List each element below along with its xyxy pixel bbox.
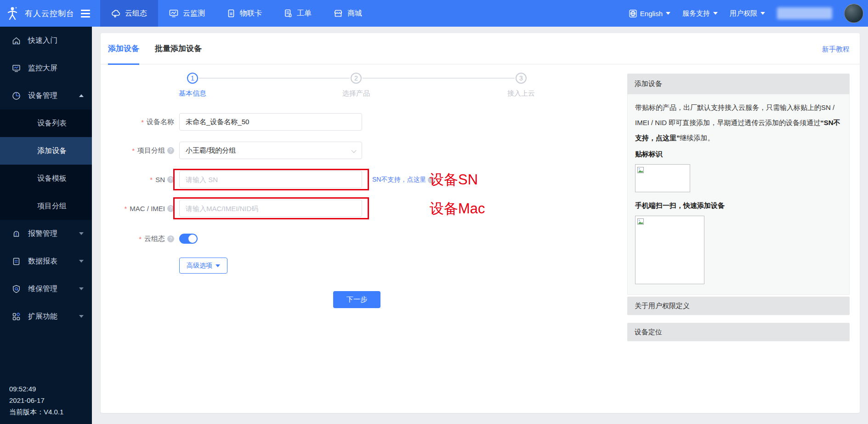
help-icon[interactable]: ? (167, 235, 174, 242)
next-step-button[interactable]: 下一步 (333, 291, 380, 308)
monitor-chart-icon (169, 9, 178, 17)
step-label-select-product: 选择产品 (333, 89, 379, 98)
sidebar-item-device-list[interactable]: 设备列表 (0, 109, 92, 137)
mac-imei-label: * MAC / IMEI ? (101, 200, 174, 217)
topnav-item-cloud-monitor[interactable]: 云监测 (158, 0, 216, 27)
top-navigation: 云组态 云监测 物联卡 (100, 0, 629, 27)
sidebar-item-extended-features[interactable]: 扩展功能 (0, 303, 92, 330)
sidebar-item-label: 设备管理 (28, 91, 72, 101)
sidebar-footer: 09:52:49 2021-06-17 当前版本：V4.0.1 (9, 383, 63, 418)
chevron-down-icon (79, 232, 84, 235)
sn-input[interactable] (179, 171, 362, 188)
hamburger-menu-icon[interactable] (81, 10, 90, 17)
step-label-connect-cloud: 接入上云 (498, 89, 544, 98)
step-circle-1: 1 (187, 73, 198, 84)
sidebar-item-data-report[interactable]: 数据报表 (0, 247, 92, 275)
cloud-icon (111, 9, 120, 17)
required-asterisk: * (141, 118, 144, 126)
service-support-label: 服务支持 (682, 9, 710, 18)
avatar[interactable] (844, 4, 863, 23)
sidebar-item-quick-start[interactable]: 快速入门 (0, 27, 92, 54)
cloud-config-label: * 云组态 ? (101, 230, 174, 247)
service-support-menu[interactable]: 服务支持 (682, 9, 718, 18)
sidebar-item-project-group[interactable]: 项目分组 (0, 192, 92, 220)
topnav-item-label: 工单 (297, 9, 312, 18)
help-icon[interactable]: ? (167, 176, 174, 183)
tabs-row: 添加设备 批量添加设备 (101, 33, 860, 64)
scan-caption: 手机端扫一扫，快速添加设备 (635, 201, 842, 210)
language-menu[interactable]: English (629, 10, 670, 17)
alarm-icon (12, 229, 21, 238)
panel-device-location[interactable]: 设备定位 (627, 323, 850, 341)
label-sample-image-broken (635, 164, 690, 192)
help-icon[interactable]: ? (167, 147, 174, 154)
work-order-icon (284, 9, 292, 17)
language-label: English (640, 10, 663, 17)
redacted-username (777, 7, 832, 19)
chevron-down-icon (666, 12, 670, 15)
help-panel-header[interactable]: 添加设备 (627, 74, 850, 94)
topnav-item-label: 物联卡 (240, 9, 262, 18)
sidebar-item-device-template[interactable]: 设备模板 (0, 165, 92, 192)
chevron-down-icon (713, 12, 718, 15)
chevron-down-icon (79, 260, 84, 263)
qr-code-image-broken (635, 216, 704, 284)
step-label-basic-info: 基本信息 (170, 89, 216, 98)
chevron-up-icon (79, 94, 84, 97)
current-time: 09:52:49 (9, 383, 63, 395)
tab-add-device[interactable]: 添加设备 (108, 33, 139, 64)
topnav-item-label: 云组态 (125, 9, 147, 18)
project-group-label: * 项目分组 ? (101, 142, 174, 159)
chevron-down-icon (79, 315, 84, 318)
step-circle-3: 3 (516, 73, 527, 84)
sidebar-item-label: 监控大屏 (28, 63, 84, 73)
topbar-right: English 服务支持 用户权限 (629, 0, 868, 27)
sidebar-item-device-management[interactable]: 设备管理 (0, 82, 92, 109)
big-screen-icon (12, 64, 21, 73)
help-icon[interactable]: ? (167, 205, 174, 212)
advanced-options-button[interactable]: 高级选项 (179, 258, 227, 274)
topnav-item-work-order[interactable]: 工单 (273, 0, 323, 27)
tab-batch-add-device[interactable]: 批量添加设备 (155, 33, 202, 64)
topnav-item-mall[interactable]: 商城 (323, 0, 373, 27)
sidebar-item-label: 项目分组 (37, 201, 67, 211)
tutorial-link[interactable]: 新手教程 (822, 45, 850, 54)
pie-chart-icon (12, 92, 21, 100)
toggle-knob (188, 235, 197, 243)
required-asterisk: * (124, 205, 127, 212)
broken-image-icon (637, 166, 645, 174)
chevron-down-icon (351, 148, 356, 153)
usr-logo-icon (6, 6, 19, 21)
sidebar-item-label: 报警管理 (28, 229, 72, 239)
sidebar-item-maintenance-management[interactable]: 维保管理 (0, 275, 92, 303)
sn-not-supported-link[interactable]: SN不支持，点这里 ? (372, 176, 435, 184)
report-icon (12, 257, 21, 266)
shield-wrench-icon (12, 285, 21, 293)
topnav-item-cloud-scada[interactable]: 云组态 (100, 0, 158, 27)
broken-image-icon (637, 218, 645, 225)
sn-label: * SN ? (101, 171, 174, 188)
sidebar-item-label: 添加设备 (37, 146, 67, 156)
sidebar-item-label: 设备列表 (37, 119, 67, 128)
topnav-item-iot-card[interactable]: 物联卡 (216, 0, 273, 27)
chevron-down-icon (79, 287, 84, 290)
step-connector-1 (199, 78, 350, 79)
annotation-device-sn: 设备SN (430, 170, 478, 189)
device-name-input[interactable] (179, 113, 362, 131)
project-group-select[interactable]: 小王霸/我的分组 (179, 142, 362, 159)
chevron-down-icon (760, 12, 765, 15)
mac-imei-input[interactable] (179, 200, 362, 217)
sidebar-item-label: 快速入门 (28, 36, 84, 46)
brand-area: 有人云控制台 (0, 0, 100, 27)
sidebar-item-alarm-management[interactable]: 报警管理 (0, 220, 92, 247)
sidebar: 快速入门 监控大屏 设备管理 设备列表 添加设备 设备模板 (0, 27, 92, 424)
sidebar-item-monitor-screen[interactable]: 监控大屏 (0, 54, 92, 82)
help-panel-body: 带贴标的产品，出厂默认支持接入云服务，只需输入标贴上的SN / IMEI / N… (627, 94, 850, 295)
panel-user-permissions[interactable]: 关于用户权限定义 (627, 297, 850, 315)
current-date: 2021-06-17 (9, 395, 63, 406)
cloud-config-toggle[interactable] (179, 234, 198, 244)
sidebar-item-add-device[interactable]: 添加设备 (0, 137, 92, 165)
device-name-label: * 设备名称 (101, 113, 174, 131)
project-group-value: 小王霸/我的分组 (186, 146, 236, 155)
user-permissions-menu[interactable]: 用户权限 (730, 9, 765, 18)
